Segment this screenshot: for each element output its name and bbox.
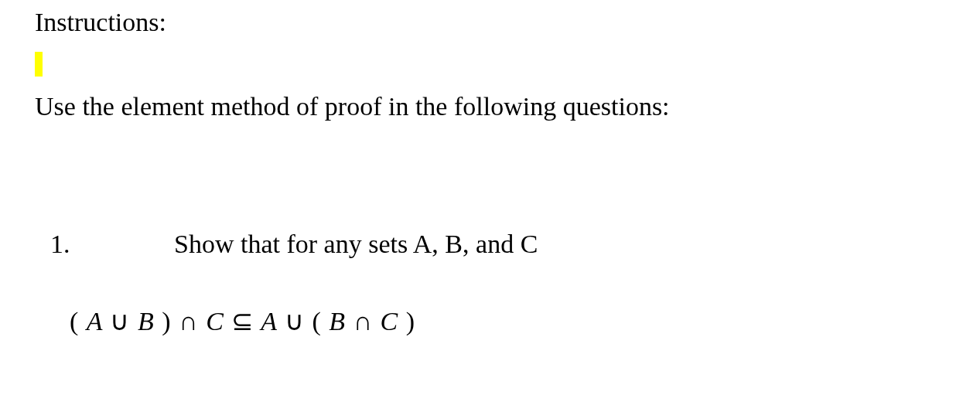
set-A: A	[261, 307, 277, 335]
left-paren: (	[312, 307, 329, 335]
intersect-op: ∩	[179, 307, 199, 335]
right-paren: )	[155, 307, 172, 335]
document-body: Instructions: Use the element method of …	[0, 0, 980, 367]
question-prompt: Show that for any sets A, B, and C	[174, 230, 538, 259]
text-cursor	[35, 51, 945, 84]
set-A: A	[87, 307, 103, 335]
union-op: ∪	[285, 307, 305, 335]
subset-op: ⊆	[231, 307, 254, 335]
left-paren: (	[70, 307, 87, 335]
set-B: B	[329, 307, 346, 335]
right-paren: )	[398, 307, 415, 335]
intersect-op: ∩	[353, 307, 374, 335]
instructions-method-line: Use the element method of proof in the f…	[35, 92, 945, 121]
instructions-heading: Instructions:	[35, 8, 945, 37]
question-1-row: 1. Show that for any sets A, B, and C	[50, 230, 945, 259]
set-C: C	[206, 307, 224, 335]
union-op: ∪	[110, 307, 130, 335]
question-number: 1.	[50, 230, 174, 259]
set-C: C	[381, 307, 399, 335]
question-formula: ( A ∪ B ) ∩ C ⊆ A ∪ ( B ∩ C )	[70, 305, 945, 336]
highlight-mark	[35, 52, 43, 77]
set-B: B	[138, 307, 155, 335]
